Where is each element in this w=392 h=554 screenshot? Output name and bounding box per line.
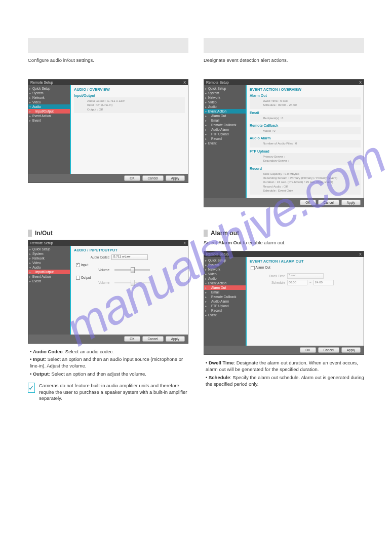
tree-input-output[interactable]: Input/Output <box>28 270 70 274</box>
tree-event[interactable]: Event <box>28 279 70 283</box>
apply-button[interactable]: Apply <box>341 347 361 353</box>
apply-button[interactable]: Apply <box>166 175 185 181</box>
tree-alarm-out[interactable]: Alarm Out <box>204 285 246 290</box>
note-text: Cameras do not feature built-in audio am… <box>39 383 188 402</box>
bullet-dwell-time: • Dwell Time: Designate the alarm out du… <box>206 360 364 373</box>
cancel-button[interactable]: Cancel <box>142 175 164 181</box>
tree-system[interactable]: System <box>28 251 70 256</box>
tree-email[interactable]: Email <box>204 118 246 123</box>
tree-event[interactable]: Event <box>204 313 246 317</box>
tree-event-action[interactable]: Event Action <box>28 114 70 118</box>
codec-select[interactable]: G.711 u-Law <box>111 254 148 260</box>
tree-network[interactable]: Network <box>204 267 246 272</box>
dialog-title: Remote Setup <box>206 252 229 256</box>
ok-button[interactable]: OK <box>300 347 316 353</box>
schedule-to[interactable] <box>313 280 334 285</box>
tree-quick-setup[interactable]: Quick Setup <box>204 258 246 263</box>
group-record: Record <box>250 167 361 170</box>
tree-video[interactable]: Video <box>28 261 70 265</box>
tree-email[interactable]: Email <box>204 290 246 294</box>
tree-video[interactable]: Video <box>28 100 70 104</box>
tree-event[interactable]: Event <box>204 141 246 145</box>
subhead-bar <box>204 230 208 237</box>
event-action-overview-text: Designate event detection alert actions. <box>204 57 364 64</box>
nav-tree: Quick Setup System Network Video Audio E… <box>204 85 246 198</box>
tree-event-action[interactable]: Event Action <box>204 281 246 285</box>
tree-audio[interactable]: Audio <box>204 104 246 109</box>
tree-video[interactable]: Video <box>204 100 246 104</box>
apply-button[interactable]: Apply <box>341 200 361 205</box>
alarm-out-checkbox[interactable] <box>251 266 255 270</box>
pane-section: Input/Output <box>74 94 185 97</box>
schedule-from[interactable] <box>287 280 307 285</box>
tree-event[interactable]: Event <box>28 118 70 123</box>
tree-event-action[interactable]: Event Action <box>204 109 246 114</box>
tree-audio[interactable]: Audio <box>28 104 70 109</box>
output-volume-slider <box>114 282 150 283</box>
bullet-output: • Output: Select an option and then adju… <box>30 371 188 378</box>
output-checkbox[interactable] <box>76 276 80 280</box>
dwell-select[interactable]: 5 sec. <box>287 273 324 279</box>
close-icon[interactable]: X <box>359 252 362 256</box>
nav-tree: Quick Setup System Network Video Audio I… <box>28 85 70 174</box>
bullet-audio-codec: • Audio Codec: Select an audio codec. <box>30 349 188 355</box>
dialog-event-action-overview: Remote Setup X Quick Setup System Networ… <box>204 79 364 207</box>
overview-line: Total Capacity : 0.0 Mbytes <box>253 172 358 176</box>
tree-ftp-upload[interactable]: FTP Upload <box>204 304 246 308</box>
subhead-inout: In/Out <box>35 230 53 237</box>
tree-quick-setup[interactable]: Quick Setup <box>204 86 246 91</box>
cancel-button[interactable]: Cancel <box>318 200 339 205</box>
audio-overview-text: Configure audio in/out settings. <box>28 57 188 64</box>
nav-tree: Quick Setup System Network Video Audio I… <box>28 246 70 335</box>
close-icon[interactable]: X <box>183 241 186 245</box>
tree-remote-callback[interactable]: Remote Callback <box>204 294 246 299</box>
tree-quick-setup[interactable]: Quick Setup <box>28 86 70 91</box>
output-volume-label: Volume <box>89 281 109 284</box>
pane-title: AUDIO / OVERVIEW <box>74 87 185 92</box>
close-icon[interactable]: X <box>183 81 186 84</box>
group-email: Email <box>250 111 361 115</box>
tree-quick-setup[interactable]: Quick Setup <box>28 247 70 251</box>
dialog-audio-overview: Remote Setup X Quick Setup System Networ… <box>28 79 188 183</box>
tree-network[interactable]: Network <box>28 256 70 261</box>
group-ftp-upload: FTP Upload <box>250 150 361 153</box>
tree-audio-alarm[interactable]: Audio Alarm <box>204 299 246 304</box>
content-pane: EVENT ACTION / OVERVIEW Alarm Out Dwell … <box>246 85 364 198</box>
tree-network[interactable]: Network <box>28 95 70 100</box>
tree-record[interactable]: Record <box>204 136 246 141</box>
tree-record[interactable]: Record <box>204 308 246 313</box>
tree-ftp-upload[interactable]: FTP Upload <box>204 132 246 136</box>
ok-button[interactable]: OK <box>124 175 140 181</box>
tree-audio[interactable]: Audio <box>204 276 246 281</box>
ok-button[interactable]: OK <box>124 336 140 342</box>
apply-button[interactable]: Apply <box>166 336 185 342</box>
tree-system[interactable]: System <box>204 91 246 95</box>
cancel-button[interactable]: Cancel <box>318 347 339 353</box>
close-icon[interactable]: X <box>359 81 362 84</box>
cancel-button[interactable]: Cancel <box>142 336 164 342</box>
tree-event-action[interactable]: Event Action <box>28 274 70 279</box>
tree-alarm-out[interactable]: Alarm Out <box>204 114 246 118</box>
tree-system[interactable]: System <box>204 263 246 267</box>
schedule-separator: ~ <box>309 281 311 284</box>
overview-line: Input : On (Line-In) <box>77 103 182 107</box>
input-volume-slider[interactable] <box>114 269 150 271</box>
alarm-out-text: Select Alarm Out to enable alarm out. <box>204 240 364 246</box>
content-pane: EVENT ACTION / ALARM OUT Alarm Out Dwell… <box>246 257 364 346</box>
ok-button[interactable]: OK <box>300 200 316 205</box>
tree-remote-callback[interactable]: Remote Callback <box>204 123 246 127</box>
tree-audio[interactable]: Audio <box>28 265 70 270</box>
codec-label: Audio Codec <box>89 255 109 259</box>
input-checkbox[interactable] <box>76 263 80 267</box>
tree-input-output[interactable]: Input/Output <box>28 109 70 114</box>
checkmark-icon: ✓ <box>28 383 35 393</box>
tree-network[interactable]: Network <box>204 95 246 100</box>
tree-audio-alarm[interactable]: Audio Alarm <box>204 127 246 132</box>
tree-video[interactable]: Video <box>204 272 246 276</box>
bullet-schedule: • Schedule: Specify the alarm out schedu… <box>206 375 364 388</box>
group-audio-alarm: Audio Alarm <box>250 136 361 140</box>
section-bar-audio <box>28 38 188 53</box>
tree-system[interactable]: System <box>28 91 70 95</box>
overview-line: Record Audio : Off <box>253 184 358 189</box>
dialog-audio-io: Remote Setup X Quick Setup System Networ… <box>28 240 188 344</box>
